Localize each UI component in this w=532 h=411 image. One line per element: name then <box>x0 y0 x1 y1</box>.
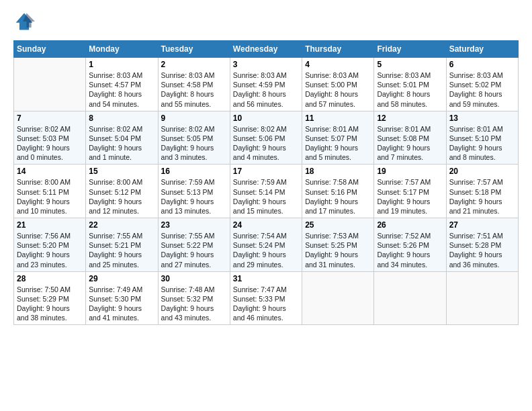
day-number: 27 <box>449 220 515 230</box>
day-info: Sunrise: 7:59 AMSunset: 5:13 PMDaylight:… <box>161 177 227 216</box>
day-info: Sunrise: 8:01 AMSunset: 5:08 PMDaylight:… <box>377 124 443 163</box>
week-row-3: 14Sunrise: 8:00 AMSunset: 5:11 PMDayligh… <box>14 165 519 218</box>
day-info: Sunrise: 7:49 AMSunset: 5:30 PMDaylight:… <box>89 285 154 323</box>
day-number: 25 <box>305 220 371 230</box>
day-info: Sunrise: 8:02 AMSunset: 5:04 PMDaylight:… <box>89 124 154 163</box>
day-cell: 15Sunrise: 8:00 AMSunset: 5:12 PMDayligh… <box>86 165 158 218</box>
day-info: Sunrise: 7:57 AMSunset: 5:17 PMDaylight:… <box>377 177 443 216</box>
day-info: Sunrise: 8:01 AMSunset: 5:07 PMDaylight:… <box>305 124 371 163</box>
day-number: 8 <box>89 113 154 123</box>
day-number: 20 <box>449 167 515 176</box>
day-number: 19 <box>377 167 443 176</box>
day-cell: 21Sunrise: 7:56 AMSunset: 5:20 PMDayligh… <box>14 218 86 272</box>
day-cell: 24Sunrise: 7:54 AMSunset: 5:24 PMDayligh… <box>230 218 302 272</box>
day-cell: 7Sunrise: 8:02 AMSunset: 5:03 PMDaylight… <box>14 111 86 165</box>
day-number: 15 <box>89 167 154 176</box>
calendar-table: SundayMondayTuesdayWednesdayThursdayFrid… <box>13 40 519 325</box>
col-header-sunday: Sunday <box>14 41 86 58</box>
day-cell: 6Sunrise: 8:03 AMSunset: 5:02 PMDaylight… <box>446 58 518 111</box>
day-number: 5 <box>377 60 443 69</box>
week-row-1: 1Sunrise: 8:03 AMSunset: 4:57 PMDaylight… <box>14 58 519 111</box>
day-cell <box>302 271 374 325</box>
day-cell: 18Sunrise: 7:58 AMSunset: 5:16 PMDayligh… <box>302 165 374 218</box>
day-number: 23 <box>161 220 227 230</box>
day-info: Sunrise: 7:56 AMSunset: 5:20 PMDaylight:… <box>17 231 83 269</box>
day-info: Sunrise: 7:55 AMSunset: 5:22 PMDaylight:… <box>161 231 227 269</box>
day-cell <box>374 271 446 325</box>
day-number: 3 <box>233 60 299 69</box>
header <box>13 11 519 32</box>
day-number: 26 <box>377 220 443 230</box>
day-number: 4 <box>305 60 371 69</box>
logo-icon <box>13 11 35 32</box>
day-info: Sunrise: 7:50 AMSunset: 5:29 PMDaylight:… <box>17 285 83 323</box>
day-info: Sunrise: 8:03 AMSunset: 5:02 PMDaylight:… <box>449 71 515 109</box>
day-number: 9 <box>161 113 227 123</box>
day-cell: 13Sunrise: 8:01 AMSunset: 5:10 PMDayligh… <box>446 111 518 165</box>
day-cell: 27Sunrise: 7:51 AMSunset: 5:28 PMDayligh… <box>446 218 518 272</box>
day-cell: 30Sunrise: 7:48 AMSunset: 5:32 PMDayligh… <box>158 271 230 325</box>
day-cell: 4Sunrise: 8:03 AMSunset: 5:00 PMDaylight… <box>302 58 374 111</box>
day-cell: 19Sunrise: 7:57 AMSunset: 5:17 PMDayligh… <box>374 165 446 218</box>
day-cell: 9Sunrise: 8:02 AMSunset: 5:05 PMDaylight… <box>158 111 230 165</box>
day-cell: 28Sunrise: 7:50 AMSunset: 5:29 PMDayligh… <box>14 271 86 325</box>
day-info: Sunrise: 7:59 AMSunset: 5:14 PMDaylight:… <box>233 177 299 216</box>
day-number: 6 <box>449 60 515 69</box>
logo <box>13 11 38 32</box>
header-row: SundayMondayTuesdayWednesdayThursdayFrid… <box>14 41 519 58</box>
day-cell: 5Sunrise: 8:03 AMSunset: 5:01 PMDaylight… <box>374 58 446 111</box>
day-info: Sunrise: 8:00 AMSunset: 5:11 PMDaylight:… <box>17 177 83 216</box>
day-number: 30 <box>161 274 227 283</box>
day-info: Sunrise: 7:47 AMSunset: 5:33 PMDaylight:… <box>233 285 299 323</box>
day-cell: 31Sunrise: 7:47 AMSunset: 5:33 PMDayligh… <box>230 271 302 325</box>
day-info: Sunrise: 8:03 AMSunset: 4:57 PMDaylight:… <box>89 71 154 109</box>
day-info: Sunrise: 8:03 AMSunset: 5:01 PMDaylight:… <box>377 71 443 109</box>
day-info: Sunrise: 8:01 AMSunset: 5:10 PMDaylight:… <box>449 124 515 163</box>
day-cell: 12Sunrise: 8:01 AMSunset: 5:08 PMDayligh… <box>374 111 446 165</box>
day-number: 12 <box>377 113 443 123</box>
day-info: Sunrise: 7:54 AMSunset: 5:24 PMDaylight:… <box>233 231 299 269</box>
day-number: 2 <box>161 60 227 69</box>
day-number: 11 <box>305 113 371 123</box>
day-cell: 17Sunrise: 7:59 AMSunset: 5:14 PMDayligh… <box>230 165 302 218</box>
day-cell: 2Sunrise: 8:03 AMSunset: 4:58 PMDaylight… <box>158 58 230 111</box>
day-cell: 14Sunrise: 8:00 AMSunset: 5:11 PMDayligh… <box>14 165 86 218</box>
col-header-thursday: Thursday <box>302 41 374 58</box>
week-row-4: 21Sunrise: 7:56 AMSunset: 5:20 PMDayligh… <box>14 218 519 272</box>
day-number: 7 <box>17 113 83 123</box>
page-container: SundayMondayTuesdayWednesdayThursdayFrid… <box>0 0 532 332</box>
day-cell: 16Sunrise: 7:59 AMSunset: 5:13 PMDayligh… <box>158 165 230 218</box>
day-cell: 8Sunrise: 8:02 AMSunset: 5:04 PMDaylight… <box>86 111 158 165</box>
week-row-2: 7Sunrise: 8:02 AMSunset: 5:03 PMDaylight… <box>14 111 519 165</box>
day-number: 21 <box>17 220 83 230</box>
col-header-friday: Friday <box>374 41 446 58</box>
day-number: 10 <box>233 113 299 123</box>
calendar-body: 1Sunrise: 8:03 AMSunset: 4:57 PMDaylight… <box>14 58 519 325</box>
day-cell: 11Sunrise: 8:01 AMSunset: 5:07 PMDayligh… <box>302 111 374 165</box>
day-number: 16 <box>161 167 227 176</box>
day-info: Sunrise: 8:00 AMSunset: 5:12 PMDaylight:… <box>89 177 154 216</box>
day-info: Sunrise: 7:52 AMSunset: 5:26 PMDaylight:… <box>377 231 443 269</box>
col-header-tuesday: Tuesday <box>158 41 230 58</box>
day-number: 1 <box>89 60 154 69</box>
day-cell: 25Sunrise: 7:53 AMSunset: 5:25 PMDayligh… <box>302 218 374 272</box>
day-number: 31 <box>233 274 299 283</box>
day-cell: 22Sunrise: 7:55 AMSunset: 5:21 PMDayligh… <box>86 218 158 272</box>
day-cell: 1Sunrise: 8:03 AMSunset: 4:57 PMDaylight… <box>86 58 158 111</box>
day-info: Sunrise: 8:03 AMSunset: 4:59 PMDaylight:… <box>233 71 299 109</box>
calendar-header: SundayMondayTuesdayWednesdayThursdayFrid… <box>14 41 519 58</box>
day-number: 13 <box>449 113 515 123</box>
day-info: Sunrise: 8:03 AMSunset: 5:00 PMDaylight:… <box>305 71 371 109</box>
day-info: Sunrise: 8:02 AMSunset: 5:05 PMDaylight:… <box>161 124 227 163</box>
day-info: Sunrise: 8:02 AMSunset: 5:03 PMDaylight:… <box>17 124 83 163</box>
day-cell <box>14 58 86 111</box>
day-cell: 3Sunrise: 8:03 AMSunset: 4:59 PMDaylight… <box>230 58 302 111</box>
day-info: Sunrise: 7:57 AMSunset: 5:18 PMDaylight:… <box>449 177 515 216</box>
col-header-wednesday: Wednesday <box>230 41 302 58</box>
day-number: 29 <box>89 274 154 283</box>
day-number: 14 <box>17 167 83 176</box>
day-info: Sunrise: 7:53 AMSunset: 5:25 PMDaylight:… <box>305 231 371 269</box>
day-info: Sunrise: 7:51 AMSunset: 5:28 PMDaylight:… <box>449 231 515 269</box>
day-cell: 26Sunrise: 7:52 AMSunset: 5:26 PMDayligh… <box>374 218 446 272</box>
col-header-monday: Monday <box>86 41 158 58</box>
